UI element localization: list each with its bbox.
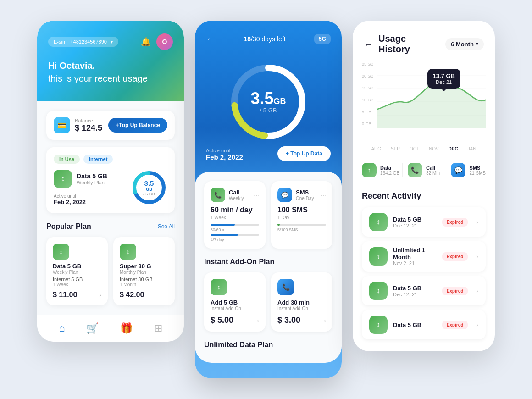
plan-tab-internet[interactable]: Internet <box>83 155 113 164</box>
phone-number: +481234567890 <box>70 39 107 44</box>
popular-item-1[interactable]: ↕ Data 5 GB Weekly Plan Internet 5 GB 1 … <box>46 237 108 305</box>
plan-tab-inuse[interactable]: In Use <box>54 155 80 164</box>
stat-sms-value: 21 SMS <box>469 171 486 176</box>
addon-card-1[interactable]: ↕ Add 5 GB Instant Add-On $ 5.00 › <box>204 272 266 332</box>
chart-y-labels: 25 GB 20 GB 15 GB 10 GB 5 GB 0 GB <box>362 62 374 126</box>
plan-data-icon: ↕ <box>54 170 72 188</box>
call-sub: 1 Week <box>211 215 259 220</box>
screen3-back-button[interactable]: ← <box>364 39 373 50</box>
addon-grid: ↕ Add 5 GB Instant Add-On $ 5.00 › 📞 Add… <box>204 272 332 332</box>
screen1-topbar: E-sim +481234567890 ▾ 🔔 O <box>48 33 173 50</box>
addon1-sub: Instant Add-On <box>211 306 259 311</box>
call-progress-fill1 <box>211 224 235 226</box>
item2-price: $ 42.00 <box>120 291 144 299</box>
big-donut-chart: 3.5GB / 5 GB <box>227 61 310 143</box>
activity4-icon: ↕ <box>369 316 388 334</box>
stat-call-value: 32 Min <box>426 171 440 176</box>
topup-balance-button[interactable]: +Top Up Balance <box>108 118 167 133</box>
balance-amount: $ 124.5 <box>75 123 102 133</box>
popular-header: Popular Plan See All <box>46 222 175 231</box>
stat-sms: 💬 SMS 21 SMS <box>447 163 486 177</box>
addon2-price-row: $ 3.00 › <box>277 316 326 325</box>
balance-label: Balance <box>75 118 102 123</box>
donut-number: 3.5 <box>143 179 155 187</box>
addon2-name: Add 30 min <box>277 299 326 306</box>
bell-icon[interactable]: 🔔 <box>141 37 151 47</box>
balance-icon: 💳 <box>54 117 70 133</box>
stat-divider1 <box>402 163 403 177</box>
stat-data-icon: ↕ <box>362 163 377 177</box>
call-card-name: Call <box>229 189 244 196</box>
nav-home-icon[interactable]: ⌂ <box>59 322 65 334</box>
esim-label: E-sim <box>54 39 66 44</box>
topup-data-button[interactable]: + Top Up Data <box>277 146 331 161</box>
chevron-down-icon: ▾ <box>111 39 113 44</box>
call-progress-bar1 <box>211 224 259 226</box>
call-card-header: 📞 Call Weekly ··· <box>211 188 259 202</box>
donut-denom: / 5 GB <box>143 192 155 196</box>
screen1-body: 💳 Balance $ 124.5 +Top Up Balance In Use… <box>37 101 184 315</box>
esim-badge[interactable]: E-sim +481234567890 ▾ <box>48 37 118 47</box>
addon2-chevron-icon: › <box>324 317 326 324</box>
back-button[interactable]: ← <box>206 33 215 44</box>
sms-sub: 1 Day <box>277 215 326 220</box>
5g-badge: 5G <box>314 34 331 44</box>
activity3-date: Dec 12, 21 <box>393 292 437 297</box>
activity-item-2[interactable]: ↕ Unlimited 1 Month Nov 2, 21 Expired › <box>362 241 486 272</box>
call-progress-fill2 <box>211 234 238 236</box>
sms-progress-bar <box>277 224 326 226</box>
chart-x-nov: NOV <box>429 146 439 151</box>
days-left: 18/30 days left <box>244 35 285 43</box>
active-until-date: Feb 2, 2022 <box>206 153 243 161</box>
call-card-menu[interactable]: ··· <box>254 191 259 199</box>
nav-gift-icon[interactable]: 🎁 <box>120 322 133 334</box>
big-donut-text: 3.5GB / 5 GB <box>250 90 286 114</box>
tooltip-date: Dec 21 <box>433 79 455 85</box>
activity4-info: Data 5 GB <box>393 321 437 328</box>
bottom-nav: ⌂ 🛒 🎁 ⊞ <box>37 315 184 342</box>
nav-apps-icon[interactable]: ⊞ <box>154 322 162 334</box>
item1-detail2: 1 Week <box>53 282 101 287</box>
activity-item-4[interactable]: ↕ Data 5 GB Expired › <box>362 310 486 339</box>
active-label: Active until <box>54 194 107 199</box>
addon1-price-row: $ 5.00 › <box>211 316 259 325</box>
sms-card-header: 💬 SMS One Day ··· <box>277 188 326 202</box>
addon-card-2[interactable]: 📞 Add 30 min Instant Add-On $ 3.00 › <box>271 272 332 332</box>
activity2-chevron-icon: › <box>476 253 478 260</box>
month-selector[interactable]: 6 Month ▾ <box>445 38 484 50</box>
stat-call-info: Call 32 Min <box>426 165 440 176</box>
activity1-status-badge: Expired <box>442 218 468 227</box>
balance-info: Balance $ 124.5 <box>75 118 102 133</box>
popular-item-2[interactable]: ↕ Super 30 G Monthly Plan Internet 30 GB… <box>113 237 175 305</box>
addon1-name: Add 5 GB <box>211 299 259 306</box>
activity2-name: Unlimited 1 Month <box>393 247 437 260</box>
greeting-text: Hi Octavia, this is your recent usage <box>48 59 173 85</box>
plan-sub: Weekly Plan <box>77 180 107 185</box>
donut-text: 3.5 GB / 5 GB <box>143 179 155 196</box>
activity1-icon: ↕ <box>369 213 388 231</box>
stat-data-value: 164.2 GB <box>380 171 399 176</box>
chart-x-dec: DEC <box>449 146 458 151</box>
item1-sub: Weekly Plan <box>53 270 101 275</box>
see-all-link[interactable]: See All <box>158 223 175 230</box>
donut-unit: GB <box>143 187 155 192</box>
item1-price-row: $ 11.00 › <box>53 291 101 299</box>
stat-call-icon: 📞 <box>408 163 422 177</box>
screen2-bottom: 📞 Call Weekly ··· 60 min / day 1 Week <box>195 172 342 363</box>
screen2-donut-area: 3.5GB / 5 GB <box>195 51 342 148</box>
active-date: Feb 2, 2022 <box>54 199 107 205</box>
chart-tooltip: 13.7 GB Dec 21 <box>427 69 460 89</box>
call-progress-label1: 30/60 min <box>211 227 259 232</box>
sms-card-menu[interactable]: ··· <box>321 191 326 199</box>
addon1-chevron-icon: › <box>257 317 259 324</box>
plan-active-info: Active until Feb 2, 2022 <box>54 194 107 205</box>
activity-item-1[interactable]: ↕ Data 5 GB Dec 12, 21 Expired › <box>362 207 486 237</box>
call-card-period: Weekly <box>229 196 244 201</box>
addon2-sub: Instant Add-On <box>277 306 326 311</box>
plan-info: ↕ Data 5 GB Weekly Plan <box>54 170 107 188</box>
nav-cart-icon[interactable]: 🛒 <box>86 322 99 334</box>
activity-item-3[interactable]: ↕ Data 5 GB Dec 12, 21 Expired › <box>362 276 486 305</box>
activity4-status-badge: Expired <box>442 321 468 329</box>
addon1-price: $ 5.00 <box>211 316 233 325</box>
tooltip-value: 13.7 GB <box>433 72 455 79</box>
